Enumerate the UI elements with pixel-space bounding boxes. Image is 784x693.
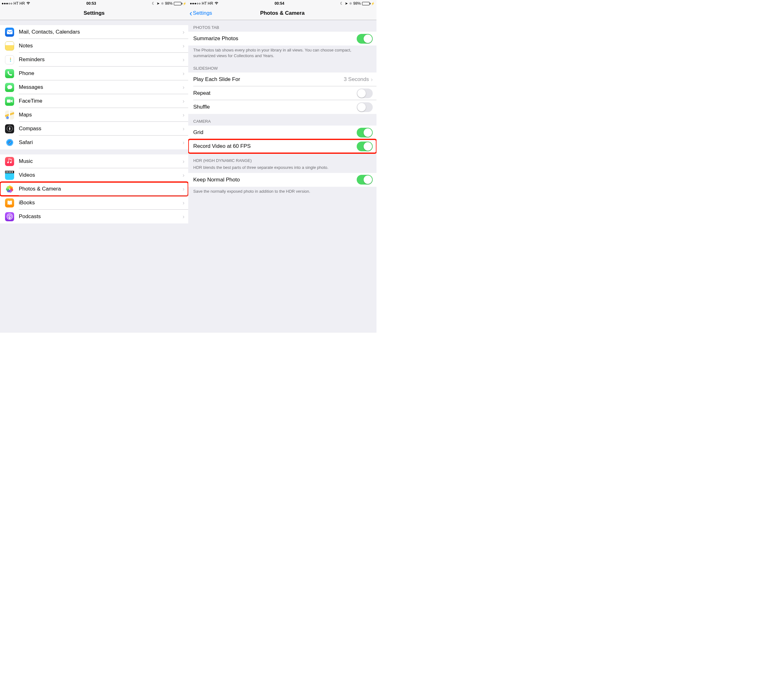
signal-dots-icon: [190, 3, 201, 4]
battery-icon: ⚡: [362, 2, 375, 5]
row-label: Safari: [19, 139, 183, 146]
settings-row-compass[interactable]: Compass›: [0, 122, 188, 135]
bluetooth-icon: ✻: [349, 2, 352, 6]
settings-row-messages[interactable]: Messages›: [0, 80, 188, 94]
settings-row-music[interactable]: Music›: [0, 154, 188, 168]
section-footer-photos-tab: The Photos tab shows every photo in your…: [188, 46, 377, 61]
row-summarize-photos[interactable]: Summarize Photos: [188, 32, 377, 46]
status-bar: HT HR 00:53 ☾ ➤ ✻ 98% ⚡: [0, 0, 188, 6]
svg-rect-0: [7, 30, 13, 34]
section-header-hdr: HDR (HIGH DYNAMIC RANGE): [188, 153, 377, 165]
settings-row-mail[interactable]: Mail, Contacts, Calendars›: [0, 25, 188, 39]
settings-content[interactable]: Mail, Contacts, Calendars›Notes›Reminder…: [0, 20, 188, 333]
toggle-record-60fps[interactable]: [357, 142, 373, 151]
chevron-right-icon: ›: [183, 200, 184, 206]
status-bar: HT HR 00:54 ☾ ➤ ✻ 98% ⚡: [188, 0, 377, 6]
location-icon: ➤: [345, 1, 348, 6]
page-title: Photos & Camera: [260, 10, 305, 16]
toggle-grid[interactable]: [357, 128, 373, 137]
moon-icon: ☾: [340, 1, 344, 6]
chevron-right-icon: ›: [183, 43, 184, 49]
settings-row-maps[interactable]: 280Maps›: [0, 108, 188, 122]
toggle-shuffle[interactable]: [357, 102, 373, 112]
row-label: Messages: [19, 84, 183, 91]
row-shuffle[interactable]: Shuffle: [188, 100, 377, 114]
row-grid[interactable]: Grid: [188, 125, 377, 139]
row-label: Maps: [19, 112, 183, 118]
settings-row-safari[interactable]: Safari›: [0, 135, 188, 149]
toggle-keep-normal[interactable]: [357, 175, 373, 185]
mail-icon: [5, 28, 14, 37]
row-label: FaceTime: [19, 98, 183, 104]
row-label: Photos & Camera: [19, 186, 183, 192]
row-label: Keep Normal Photo: [193, 177, 357, 183]
videos-icon: [5, 171, 14, 180]
compass-icon: [5, 124, 14, 134]
toggle-repeat[interactable]: [357, 89, 373, 98]
moon-icon: ☾: [152, 1, 155, 6]
carrier-label: HT HR: [13, 1, 25, 6]
section-footer-hdr: Save the normally exposed photo in addit…: [188, 187, 377, 197]
photos-icon: [5, 185, 14, 194]
chevron-right-icon: ›: [371, 76, 373, 83]
settings-row-reminders[interactable]: Reminders›: [0, 53, 188, 66]
chevron-right-icon: ›: [183, 172, 184, 178]
row-label: Videos: [19, 172, 183, 178]
battery-icon: ⚡: [174, 2, 186, 5]
messages-icon: [5, 83, 14, 92]
wifi-icon: [214, 1, 219, 6]
row-label: Notes: [19, 43, 183, 49]
settings-row-notes[interactable]: Notes›: [0, 39, 188, 53]
chevron-right-icon: ›: [183, 56, 184, 63]
chevron-right-icon: ›: [183, 98, 184, 104]
svg-rect-11: [6, 172, 7, 173]
svg-text:280: 280: [7, 117, 9, 119]
settings-row-phone[interactable]: Phone›: [0, 66, 188, 80]
podcasts-icon: [5, 212, 14, 221]
row-keep-normal-photo[interactable]: Keep Normal Photo: [188, 173, 377, 187]
row-value: 3 Seconds: [344, 76, 369, 82]
bluetooth-icon: ✻: [161, 2, 164, 6]
row-label: Podcasts: [19, 213, 183, 220]
back-label: Settings: [193, 10, 212, 16]
svg-point-22: [7, 186, 10, 189]
nav-bar: Settings: [0, 6, 188, 20]
row-label: Repeat: [193, 90, 357, 96]
chevron-right-icon: ›: [183, 139, 184, 146]
battery-percent: 98%: [353, 1, 361, 6]
row-label: Shuffle: [193, 104, 357, 110]
photos-camera-content[interactable]: PHOTOS TAB Summarize Photos The Photos t…: [188, 20, 377, 333]
chevron-right-icon: ›: [183, 84, 184, 91]
settings-group-2: Music›Videos›Photos & Camera›iBooks›Podc…: [0, 154, 188, 223]
row-label: Music: [19, 158, 183, 165]
row-repeat[interactable]: Repeat: [188, 86, 377, 100]
chevron-right-icon: ›: [183, 213, 184, 220]
phone-icon: [5, 69, 14, 78]
nav-bar: ‹ Settings Photos & Camera: [188, 6, 377, 20]
row-record-60fps[interactable]: Record Video at 60 FPS: [188, 139, 377, 153]
settings-group-1: Mail, Contacts, Calendars›Notes›Reminder…: [0, 25, 188, 149]
signal-dots-icon: [2, 3, 12, 4]
row-label: Grid: [193, 129, 357, 135]
ibooks-icon: [5, 198, 14, 208]
svg-rect-15: [12, 172, 13, 173]
settings-row-videos[interactable]: Videos›: [0, 168, 188, 182]
row-label: Compass: [19, 125, 183, 132]
chevron-right-icon: ›: [183, 70, 184, 77]
settings-row-facetime[interactable]: FaceTime›: [0, 94, 188, 108]
svg-rect-13: [9, 172, 10, 173]
row-label: Mail, Contacts, Calendars: [19, 29, 183, 35]
row-label: Reminders: [19, 56, 183, 63]
chevron-right-icon: ›: [183, 158, 184, 165]
svg-rect-1: [7, 99, 11, 102]
back-button[interactable]: ‹ Settings: [189, 6, 212, 20]
section-header-photos-tab: PHOTOS TAB: [188, 20, 377, 32]
row-play-each-slide[interactable]: Play Each Slide For 3 Seconds ›: [188, 73, 377, 86]
wifi-icon: [26, 1, 30, 6]
toggle-summarize-photos[interactable]: [357, 34, 373, 44]
settings-row-photos[interactable]: Photos & Camera›: [0, 182, 188, 196]
battery-percent: 98%: [165, 1, 173, 6]
settings-screen: HT HR 00:53 ☾ ➤ ✻ 98% ⚡ Settings Mail, C…: [0, 0, 188, 333]
settings-row-podcasts[interactable]: Podcasts›: [0, 210, 188, 223]
settings-row-ibooks[interactable]: iBooks›: [0, 196, 188, 210]
